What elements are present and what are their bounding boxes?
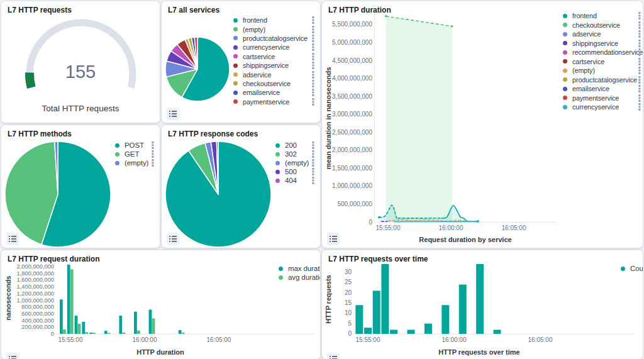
legend-label: POST: [125, 141, 144, 149]
legend-item--empty-[interactable]: (empty): [563, 66, 642, 75]
legend-item-paymentservice[interactable]: paymentservice: [563, 94, 642, 103]
legend-color-dot: [563, 14, 567, 18]
legend-toggle-button[interactable]: [6, 233, 19, 245]
legend-item-currencyservice[interactable]: currencyservice: [563, 102, 642, 112]
request-duration-bar-chart[interactable]: 0200,000,000400,000,000600,000,000800,00…: [1, 250, 320, 359]
legend-item-avg-duration[interactable]: avg duration: [279, 273, 320, 282]
legend-toggle-button[interactable]: [327, 233, 340, 245]
legend-item-302[interactable]: 302: [275, 150, 316, 158]
panel-l7-http-methods: L7 HTTP methods POSTGET(empty): [1, 125, 160, 248]
legend-actions-icon[interactable]: [311, 62, 316, 69]
list-icon: [9, 355, 16, 359]
legend-color-dot: [233, 72, 238, 77]
legend-actions-icon[interactable]: [311, 35, 316, 42]
legend-actions-icon[interactable]: [150, 159, 155, 167]
legend-actions-icon[interactable]: [311, 16, 316, 24]
legend-label: max duration: [288, 265, 320, 272]
legend-actions-icon[interactable]: [311, 80, 316, 87]
legend-actions-icon[interactable]: [637, 48, 642, 56]
legend-actions-icon[interactable]: [637, 21, 642, 29]
legend-actions-icon[interactable]: [311, 168, 316, 175]
legend-item-get[interactable]: GET: [115, 150, 155, 158]
svg-text:1,200,000,000: 1,200,000,000: [17, 290, 54, 297]
svg-text:500,000,000: 500,000,000: [337, 201, 372, 207]
legend-item-404[interactable]: 404: [275, 176, 316, 185]
legend-item-200[interactable]: 200: [275, 141, 316, 150]
legend-actions-icon[interactable]: [311, 177, 316, 184]
legend-item--empty-[interactable]: (empty): [233, 25, 316, 33]
legend-toggle-button[interactable]: [6, 353, 19, 359]
legend-actions-icon[interactable]: [637, 58, 642, 65]
legend-color-dot: [233, 18, 238, 23]
legend-toggle-button[interactable]: [167, 233, 179, 245]
legend-item-emailservice[interactable]: emailservice: [233, 88, 316, 97]
legend-item-frontend[interactable]: frontend: [233, 16, 316, 25]
legend-item-recommendationservice[interactable]: recommendationservice: [563, 48, 642, 57]
legend-label: emailservice: [572, 85, 609, 92]
legend-item-500[interactable]: 500: [275, 167, 316, 176]
legend-label: frontend: [572, 12, 597, 19]
svg-text:15: 15: [345, 299, 352, 306]
legend-label: emailservice: [243, 89, 280, 96]
svg-text:5: 5: [348, 320, 352, 327]
legend-color-dot: [563, 77, 567, 82]
legend-item-emailservice[interactable]: emailservice: [563, 84, 642, 94]
svg-text:15:55:00: 15:55:00: [58, 336, 83, 343]
requests-over-time-bar-chart[interactable]: 05101520253015:55:0016:00:0016:05:00HTTP…: [322, 250, 643, 359]
legend-item-currencyservice[interactable]: currencyservice: [233, 43, 316, 52]
legend-actions-icon[interactable]: [637, 67, 642, 74]
svg-text:16:05:00: 16:05:00: [502, 224, 526, 231]
legend-toggle-button[interactable]: [327, 353, 340, 359]
legend-toggle-button[interactable]: [167, 108, 179, 120]
legend-item-cartservice[interactable]: cartservice: [563, 57, 642, 67]
legend-item-adservice[interactable]: adservice: [233, 70, 316, 79]
legend-item-checkoutservice[interactable]: checkoutservice: [233, 79, 316, 88]
legend-item-count[interactable]: Count: [621, 264, 643, 273]
legend-actions-icon[interactable]: [311, 71, 316, 79]
legend-color-dot: [279, 267, 283, 271]
legend-actions-icon[interactable]: [637, 76, 642, 84]
legend-actions-icon[interactable]: [637, 103, 642, 111]
legend-actions-icon[interactable]: [637, 85, 642, 92]
legend-item-frontend[interactable]: frontend: [563, 11, 642, 21]
legend-label: 404: [285, 177, 297, 184]
svg-text:16:05:00: 16:05:00: [207, 336, 231, 343]
legend-item-shippingservice[interactable]: shippingservice: [233, 61, 316, 70]
legend-actions-icon[interactable]: [311, 98, 316, 106]
legend-item-adservice[interactable]: adservice: [563, 30, 642, 39]
svg-text:4,000,000,000: 4,000,000,000: [332, 75, 372, 82]
legend-actions-icon[interactable]: [150, 150, 155, 158]
legend-color-dot: [233, 54, 238, 58]
legend-item-productcatalogservice[interactable]: productcatalogservice: [233, 34, 316, 43]
legend-item-post[interactable]: POST: [115, 141, 155, 150]
legend-label: 302: [285, 150, 297, 158]
legend-color-dot: [115, 143, 119, 148]
svg-text:HTTP duration: HTTP duration: [136, 348, 184, 356]
legend-color-dot: [233, 27, 238, 31]
legend-actions-icon[interactable]: [150, 141, 155, 149]
legend-actions-icon[interactable]: [311, 150, 316, 158]
legend-actions-icon[interactable]: [637, 12, 642, 19]
legend-actions-icon[interactable]: [311, 53, 316, 60]
legend-actions-icon[interactable]: [311, 159, 316, 167]
legend-item-productcatalogservice[interactable]: productcatalogservice: [563, 75, 642, 85]
legend-item--empty-[interactable]: (empty): [275, 158, 316, 167]
legend-actions-icon[interactable]: [311, 89, 316, 96]
svg-text:10: 10: [345, 309, 352, 316]
response-codes-legend: 200302(empty)500404: [275, 141, 316, 185]
legend-actions-icon[interactable]: [311, 141, 316, 149]
legend-item-checkoutservice[interactable]: checkoutservice: [563, 21, 642, 30]
legend-actions-icon[interactable]: [637, 40, 642, 47]
legend-item-paymentservice[interactable]: paymentservice: [233, 97, 316, 106]
legend-actions-icon[interactable]: [637, 30, 642, 38]
legend-actions-icon[interactable]: [637, 94, 642, 102]
legend-item--empty-[interactable]: (empty): [115, 158, 155, 167]
legend-label: currencyservice: [572, 103, 619, 111]
legend-actions-icon[interactable]: [311, 26, 316, 33]
legend-item-shippingservice[interactable]: shippingservice: [563, 39, 642, 48]
legend-item-cartservice[interactable]: cartservice: [233, 52, 316, 61]
legend-item-max-duration[interactable]: max duration: [279, 264, 320, 273]
legend-actions-icon[interactable]: [311, 43, 316, 51]
svg-text:1,000,000,000: 1,000,000,000: [332, 182, 372, 189]
legend-color-dot: [233, 64, 238, 68]
